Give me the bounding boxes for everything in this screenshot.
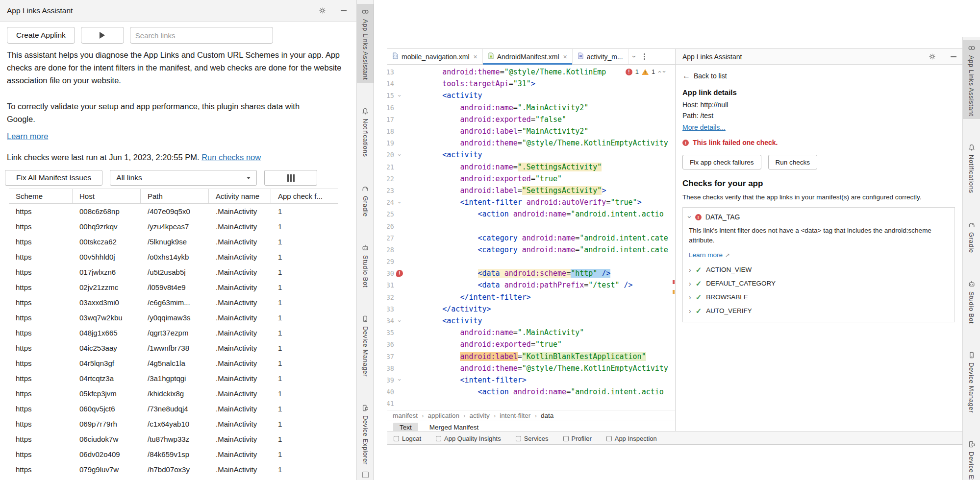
check-row-browsable[interactable]: ›✓BROWSABLE [689,292,949,302]
partial-tool-icon[interactable] [362,472,369,478]
failed-check-row[interactable]: › ! DATA_TAG [689,213,949,221]
table-row[interactable]: https069p7r79rh/c1x64yab10.MainActivity1 [9,416,338,432]
tool-window-button-profiler[interactable]: Profiler [563,435,592,442]
table-row[interactable]: https02jv21zzmc/l059v8t4e9.MainActivity1 [9,280,338,295]
table-row[interactable]: https017jwlxzn6/u5t2usab5j.MainActivity1 [9,264,338,280]
table-row[interactable]: https06dv02o409/84k659v1sp.MainActivity1 [9,447,338,462]
next-issue-icon[interactable]: › [661,71,667,72]
tool-window-button-app-quality-insights[interactable]: App Quality Insights [436,435,501,442]
breadcrumb-item[interactable]: application [428,412,460,419]
column-header[interactable]: Host [73,189,141,203]
run-checks-now-link[interactable]: Run checks now [201,153,261,162]
warning-stripe-mark[interactable] [673,290,675,294]
tab-options-icon[interactable] [644,53,645,60]
tool-tab-device-manager[interactable]: Device Manager [357,311,374,380]
gear-icon[interactable] [929,53,936,60]
fix-app-check-failures-button[interactable]: Fix app check failures [682,155,761,169]
tool-tab-app-links-assistant[interactable]: App Links Assistant [357,4,374,83]
table-row[interactable]: https00tskcza62/5lknugk9se.MainActivity1 [9,234,338,249]
links-filter-dropdown[interactable]: All links [110,170,257,186]
table-row[interactable]: https048jg1x665/qgrt37ezpm.MainActivity1 [9,325,338,340]
bottom-tab-merged-manifest[interactable]: Merged Manifest [423,423,485,432]
table-row[interactable]: https03axxd3mi0/e6g63mim....MainActivity… [9,295,338,310]
table-row[interactable]: https04r5lqn3gf/4g5nalc1la.MainActivity1 [9,356,338,371]
fold-icon[interactable]: › [397,94,403,98]
table-row[interactable]: https03wq7w2kbu/y0qqimaw3s.MainActivity1 [9,310,338,325]
tool-tab-notifications[interactable]: Notifications [963,140,980,196]
tool-tab-gradle[interactable]: Gradle [357,181,374,220]
inspection-widget[interactable]: ! 1 1 › › [624,68,667,76]
column-header[interactable]: Activity name [209,189,271,203]
minimize-icon[interactable] [951,56,956,57]
breadcrumb-item[interactable]: activity [470,412,490,419]
breadcrumb-item[interactable]: manifest [393,412,418,419]
table-row[interactable]: https00hq9zrkqv/yzu4kpeas7.MainActivity1 [9,219,338,234]
error-stripe[interactable] [673,65,675,410]
close-tab-icon[interactable]: × [563,53,567,61]
line-number: 24 [387,196,395,208]
table-row[interactable]: https05kfcp3jvm/khidckix8g.MainActivity1 [9,386,338,401]
table-cell: /khidckix8g [141,389,209,398]
tool-tab-studio-bot[interactable]: Studio Bot [357,240,374,290]
check-row-default-category[interactable]: ›✓DEFAULT_CATEGORY [689,279,949,288]
table-row[interactable]: https008c6z68np/407e09q5x0.MainActivity1 [9,204,338,219]
fix-all-manifest-issues-button[interactable]: Fix All Manifest Issues [5,170,102,186]
run-checks-button[interactable]: Run checks [768,155,818,169]
code-line: 26 [387,220,675,232]
hidden-tabs-chevron-icon[interactable]: › [631,55,638,58]
chevron-right-icon[interactable]: › [689,293,691,301]
column-header[interactable]: App check f... [271,189,338,203]
error-icon[interactable]: ! [396,270,403,277]
fold-icon[interactable]: › [397,153,403,157]
table-row[interactable]: https04rtcqtz3a/3a1hgptqgi.MainActivity1 [9,371,338,386]
search-links-input[interactable] [130,27,273,44]
chevron-right-icon[interactable]: › [689,266,691,274]
tool-tab-device-explorer[interactable]: Device Explorer [963,436,980,480]
column-header[interactable]: Path [141,189,209,203]
tool-tab-gradle[interactable]: Gradle [963,217,980,256]
tool-tab-device-manager[interactable]: Device Manager [963,347,980,416]
breadcrumb-item[interactable]: data [541,412,553,419]
table-row[interactable]: https079g9luv7w/h7bd07ox3y.MainActivity1 [9,462,338,477]
tool-tab-app-links-assistant[interactable]: App Links Assistant [963,40,980,119]
fold-icon[interactable]: › [397,378,403,382]
columns-filter-button[interactable] [264,170,317,186]
tool-window-button-logcat[interactable]: Logcat [394,435,421,442]
table-row[interactable]: https060qv5jct6/73ne8udqj4.MainActivity1 [9,401,338,416]
table-row[interactable]: https00v5hhld0j/o0xhs14ykb.MainActivity1 [9,249,338,264]
tool-tab-device-explorer[interactable]: Device Explorer [357,400,374,468]
tool-window-button-services[interactable]: Services [516,435,549,442]
table-cell: 1 [271,389,338,398]
learn-more-link[interactable]: Learn more [7,132,48,141]
fold-icon[interactable]: › [397,319,403,323]
run-button[interactable] [81,27,124,44]
table-row[interactable]: https06ciudok7w/tu87hwp33z.MainActivity1 [9,432,338,447]
tool-window-button-app-inspection[interactable]: App Inspection [606,435,657,442]
chevron-expanded-icon[interactable]: › [686,216,693,218]
editor-tab-androidmanifest-xml[interactable]: AndroidManifest.xml× [483,49,573,64]
more-details-link[interactable]: More details... [682,123,726,131]
external-link-icon: ↗ [725,252,730,259]
breadcrumb-item[interactable]: intent-filter [500,412,530,419]
column-header[interactable]: Scheme [9,189,73,203]
chevron-right-icon[interactable]: › [689,280,691,288]
minimize-icon[interactable] [341,10,347,11]
tool-tab-studio-bot[interactable]: Studio Bot [963,276,980,327]
bottom-tab-text[interactable]: Text [393,423,418,432]
table-row[interactable]: https04ic253aay/1wwnfbr738.MainActivity1 [9,340,338,356]
chevron-right-icon[interactable]: › [689,307,691,315]
check-row-auto-verify[interactable]: ›✓AUTO_VERIFY [689,306,949,315]
editor-tab-activity-m[interactable]: activity_m... [573,49,628,64]
gear-icon[interactable] [319,7,326,14]
error-stripe-mark[interactable] [673,280,675,284]
close-tab-icon[interactable]: × [474,53,477,61]
tool-tab-notifications[interactable]: Notifications [357,103,374,160]
check-row-action-view[interactable]: ›✓ACTION_VIEW [689,265,949,274]
code-editor[interactable]: 13 android:theme="@style/Theme.KotlinEmp… [387,65,675,410]
editor-tab-mobile-navigation-xml[interactable]: mobile_navigation.xml× [387,49,483,64]
fold-icon[interactable]: › [397,200,403,204]
back-to-list-link[interactable]: ← Back to list [682,72,955,80]
learn-more-link[interactable]: Learn more [689,251,723,259]
create-applink-button[interactable]: Create Applink [7,27,75,44]
table-cell: 00v5hhld0j [73,253,141,261]
